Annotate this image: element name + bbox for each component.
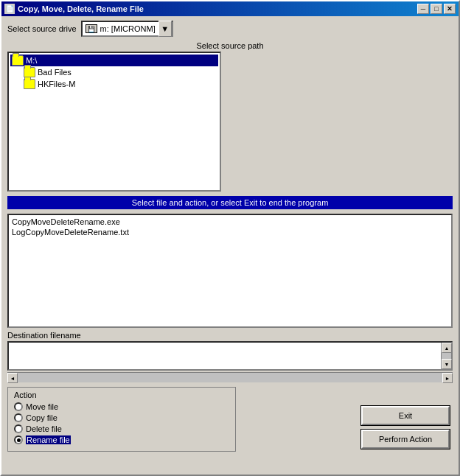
tree-item-hkfiles-m[interactable]: HKFiles-M — [10, 78, 218, 90]
close-button[interactable]: ✕ — [444, 4, 456, 14]
bottom-section: Action Move fileCopy fileDelete fileRena… — [7, 387, 453, 452]
title-bar-left: 📄 Copy, Move, Delete, Rename File — [4, 4, 144, 14]
tree-item-label: Bad Files — [38, 68, 72, 77]
drive-icon: 💾 — [86, 24, 97, 33]
dest-scrollbar-h: ◄ ► — [7, 372, 453, 382]
drive-dropdown-arrow[interactable]: ▼ — [158, 21, 172, 37]
buttons-column: Exit Perform Action — [236, 387, 453, 452]
radio-label-delete: Delete file — [26, 424, 62, 433]
radio-label-copy: Copy file — [26, 413, 58, 422]
radio-item-move[interactable]: Move file — [14, 402, 229, 411]
file-list-item[interactable]: LogCopyMoveDeleteRename.txt — [12, 227, 448, 237]
radio-label-move: Move file — [26, 402, 58, 411]
tree-item-bad-files[interactable]: Bad Files — [10, 66, 218, 78]
dest-scroll-htrack — [18, 373, 442, 382]
radio-item-rename[interactable]: Rename file — [14, 435, 229, 444]
title-bar: 📄 Copy, Move, Delete, Rename File ─ □ ✕ — [1, 1, 459, 16]
destination-input-wrapper: ▲ ▼ — [7, 341, 453, 371]
drive-text: m: [MICRONM] — [100, 24, 156, 33]
tree-item-label: M:\ — [26, 56, 37, 65]
perform-action-button[interactable]: Perform Action — [361, 430, 450, 449]
source-path-label: Select source path — [7, 41, 453, 50]
content-area: Select source drive 💾 m: [MICRONM] ▼ Sel… — [1, 16, 459, 475]
minimize-button[interactable]: ─ — [417, 4, 429, 14]
radio-btn-copy[interactable] — [14, 413, 23, 422]
window-title: Copy, Move, Delete, Rename File — [18, 4, 144, 13]
radio-btn-delete[interactable] — [14, 424, 23, 433]
source-drive-label: Select source drive — [7, 24, 77, 33]
status-bar: Select file and action, or select Exit t… — [7, 196, 453, 209]
destination-input[interactable] — [9, 343, 441, 369]
dest-scrollbar-v: ▲ ▼ — [441, 343, 451, 369]
source-path-section: Select source path M:\Bad FilesHKFiles-M — [7, 41, 453, 192]
action-group-label: Action — [14, 391, 229, 399]
destination-label: Destination filename — [7, 331, 453, 340]
tree-item-label: HKFiles-M — [38, 80, 75, 88]
file-list[interactable]: CopyMoveDeleteRename.exeLogCopyMoveDelet… — [7, 214, 453, 328]
exit-button[interactable]: Exit — [361, 406, 450, 425]
radio-btn-move[interactable] — [14, 402, 23, 411]
radio-item-delete[interactable]: Delete file — [14, 424, 229, 433]
dest-scroll-down[interactable]: ▼ — [442, 359, 452, 369]
destination-section: Destination filename ▲ ▼ ◄ ► — [7, 331, 453, 382]
window-icon: 📄 — [4, 4, 15, 14]
main-window: 📄 Copy, Move, Delete, Rename File ─ □ ✕ … — [0, 0, 460, 476]
source-drive-row: Select source drive 💾 m: [MICRONM] ▼ — [7, 21, 453, 37]
maximize-button[interactable]: □ — [431, 4, 442, 14]
drive-dropdown[interactable]: 💾 m: [MICRONM] ▼ — [81, 21, 173, 37]
radio-label-rename: Rename file — [26, 435, 71, 444]
status-text: Select file and action, or select Exit t… — [132, 198, 329, 207]
folder-icon — [12, 55, 24, 66]
dest-scroll-right[interactable]: ► — [442, 373, 453, 383]
folder-icon — [24, 79, 35, 89]
source-path-tree[interactable]: M:\Bad FilesHKFiles-M — [7, 52, 221, 192]
folder-icon — [24, 67, 35, 77]
radio-item-copy[interactable]: Copy file — [14, 413, 229, 422]
file-list-item[interactable]: CopyMoveDeleteRename.exe — [12, 217, 448, 227]
action-group: Action Move fileCopy fileDelete fileRena… — [7, 387, 236, 452]
tree-item-root[interactable]: M:\ — [10, 55, 218, 66]
title-buttons: ─ □ ✕ — [417, 4, 456, 14]
drive-combo-inner: 💾 m: [MICRONM] — [83, 24, 158, 33]
dest-scroll-track — [442, 353, 451, 359]
dest-scroll-left[interactable]: ◄ — [7, 373, 18, 383]
radio-btn-rename[interactable] — [14, 435, 23, 444]
dest-scroll-up[interactable]: ▲ — [442, 343, 452, 353]
